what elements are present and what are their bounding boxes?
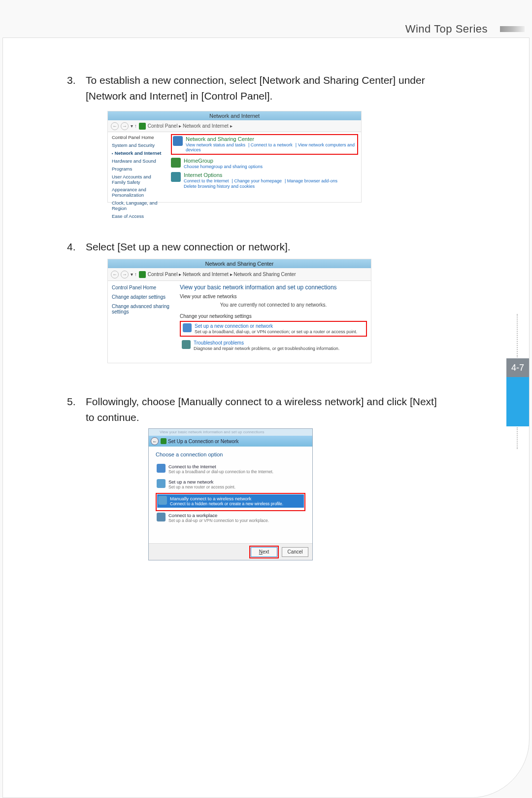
s2-opt-new-connection[interactable]: Set up a new connection or network Set u… — [180, 321, 367, 337]
step-5-text: 5. Followingly, choose [Manually connect… — [86, 394, 440, 425]
next-button-highlight: NNextext — [249, 546, 279, 558]
back-icon[interactable]: ← — [111, 122, 119, 130]
screenshot-wizard: View your basic network information and … — [148, 428, 313, 560]
step-4-text: 4. Select [Set up a new connection or ne… — [86, 239, 440, 255]
globe-icon — [157, 464, 166, 473]
wizard-back-icon[interactable]: ← — [151, 437, 159, 445]
troubleshoot-icon — [182, 340, 191, 349]
s2-nav-bar: ← → ▾ ↑ Control Panel ▸ Network and Inte… — [108, 268, 371, 281]
s1-cat3-l1[interactable]: Connect to the Internet — [184, 178, 229, 183]
s1-breadcrumb[interactable]: Control Panel ▸ Network and Internet ▸ — [148, 123, 233, 129]
s2-opt-troubleshoot[interactable]: Troubleshoot problems Diagnose and repai… — [180, 339, 367, 352]
s2-breadcrumb[interactable]: Control Panel ▸ Network and Internet ▸ N… — [148, 272, 296, 277]
step-3-text: 3. To establish a new connection, select… — [86, 72, 440, 104]
wiz-opt-new-network[interactable]: Set up a new network Set up a new router… — [156, 478, 305, 491]
forward-icon[interactable]: → — [121, 271, 129, 278]
s2-side-adapter[interactable]: Change adapter settings — [112, 294, 172, 300]
wiz-opt3-title: Manually connect to a wireless network — [170, 496, 283, 501]
s1-cat1-title[interactable]: Network and Sharing Center — [186, 136, 356, 142]
internet-options-icon — [171, 172, 181, 182]
next-button[interactable]: NNextext — [251, 547, 277, 557]
cancel-button[interactable]: Cancel — [282, 547, 308, 557]
wiz-opt-workplace[interactable]: Connect to a workplace Set up a dial-up … — [156, 511, 305, 524]
s3-title-bar: ← Set Up a Connection or Network — [149, 436, 312, 447]
s1-side-network[interactable]: Network and Internet — [112, 151, 164, 156]
s2-not-connected: You are currently not connected to any n… — [180, 300, 367, 312]
wiz-opt2-desc: Set up a new router or access point. — [168, 485, 235, 489]
step-3-number: 3. — [67, 72, 76, 88]
wireless-icon — [158, 496, 167, 505]
new-connection-icon — [183, 323, 192, 332]
s1-cat3-title[interactable]: Internet Options — [184, 172, 358, 178]
s1-side-system[interactable]: System and Security — [112, 143, 164, 148]
step-3-body: To establish a new connection, select [N… — [86, 74, 425, 102]
s1-cat-network-sharing[interactable]: Network and Sharing Center View network … — [171, 134, 358, 155]
s1-cat3-l3[interactable]: Manage browser add-ons — [287, 178, 337, 183]
wiz-opt4-desc: Set up a dial-up or VPN connection to yo… — [168, 518, 269, 523]
page-body: 4-7 3. To establish a new connection, se… — [2, 37, 530, 798]
cp-icon — [139, 271, 146, 278]
s1-cat-internet-options[interactable]: Internet Options Connect to the Internet… — [171, 172, 358, 189]
wiz-opt2-title: Set up a new network — [168, 479, 235, 485]
wiz-opt1-desc: Set up a broadband or dial-up connection… — [168, 469, 273, 474]
s1-nav-bar: ← → ▾ ↑ Control Panel ▸ Network and Inte… — [108, 120, 361, 132]
s1-cat2-title[interactable]: HomeGroup — [184, 158, 358, 164]
header-decor-bar — [500, 26, 525, 32]
dotted-line-top — [517, 314, 518, 357]
step-5-body: Followingly, choose [Manually connect to… — [86, 396, 437, 423]
dotted-line-bottom — [517, 427, 518, 449]
s1-cat3-l2[interactable]: Change your homepage — [234, 178, 282, 183]
wiz-opt1-title: Connect to the Internet — [168, 464, 273, 469]
s2-title-bar: Network and Sharing Center — [108, 259, 371, 268]
s2-opt2-title: Troubleshoot problems — [194, 340, 339, 346]
s1-side-users[interactable]: User Accounts and Family Safety — [112, 174, 164, 185]
s1-title-bar: Network and Internet — [108, 111, 361, 120]
wiz-opt3-desc: Connect to a hidden network or create a … — [170, 501, 283, 506]
screenshot-sharing-center: Network and Sharing Center ← → ▾ ↑ Contr… — [107, 259, 371, 363]
up-icon[interactable]: ▾ ↑ — [131, 123, 137, 129]
cp-icon — [139, 123, 146, 130]
s1-cat2-l1[interactable]: Choose homegroup and sharing options — [184, 164, 263, 169]
s1-side-clock[interactable]: Clock, Language, and Region — [112, 201, 164, 211]
s2-side-home[interactable]: Control Panel Home — [112, 285, 172, 290]
step-5-number: 5. — [67, 394, 76, 410]
s1-side-programs[interactable]: Programs — [112, 167, 164, 172]
s3-title: Set Up a Connection or Network — [168, 439, 238, 444]
s3-body: Choose a connection option Connect to th… — [149, 447, 312, 543]
step-4-body: Select [Set up a new connection or netwo… — [86, 241, 291, 252]
up-icon[interactable]: ▾ ↑ — [131, 272, 137, 277]
wiz-opt-manual-highlight: Manually connect to a wireless network C… — [156, 493, 305, 511]
wizard-shield-icon — [161, 438, 166, 444]
s1-cat1-l2[interactable]: Connect to a network — [251, 142, 293, 147]
header-series: Wind Top Series — [405, 23, 488, 35]
page-number-tab: 4-7 — [506, 358, 529, 377]
s3-footer: NNextext Cancel — [149, 543, 312, 560]
s1-cat1-l1[interactable]: View network status and tasks — [186, 142, 245, 147]
s3-backdrop-text: View your basic network information and … — [149, 429, 312, 436]
s1-cat-homegroup[interactable]: HomeGroup Choose homegroup and sharing o… — [171, 158, 358, 169]
s2-sub2: Change your networking settings — [180, 313, 367, 319]
homegroup-icon — [171, 158, 181, 168]
page-side-color — [506, 377, 529, 426]
wiz-opt-manual-wireless[interactable]: Manually connect to a wireless network C… — [157, 494, 304, 508]
s2-sidebar: Control Panel Home Change adapter settin… — [108, 281, 176, 357]
s1-side-home[interactable]: Control Panel Home — [112, 135, 164, 140]
forward-icon[interactable]: → — [121, 122, 129, 130]
s1-main: Network and Sharing Center View network … — [168, 132, 361, 203]
back-icon[interactable]: ← — [111, 271, 119, 278]
s3-heading: Choose a connection option — [156, 451, 305, 457]
s2-main: View your basic network information and … — [176, 281, 371, 357]
s1-side-ease[interactable]: Ease of Access — [112, 214, 164, 219]
s1-side-appearance[interactable]: Appearance and Personalization — [112, 187, 164, 198]
s2-opt2-desc: Diagnose and repair network problems, or… — [194, 346, 339, 351]
s2-sub1: View your active networks — [180, 294, 367, 299]
s1-sidebar: Control Panel Home System and Security N… — [108, 132, 168, 203]
wiz-opt-internet[interactable]: Connect to the Internet Set up a broadba… — [156, 462, 305, 476]
s1-side-hardware[interactable]: Hardware and Sound — [112, 159, 164, 164]
step-4-number: 4. — [67, 239, 76, 255]
s2-opt1-title: Set up a new connection or network — [195, 323, 357, 329]
s1-cat3-l4[interactable]: Delete browsing history and cookies — [184, 184, 255, 189]
wiz-opt4-title: Connect to a workplace — [168, 513, 269, 518]
router-icon — [157, 479, 166, 488]
s2-side-advanced[interactable]: Change advanced sharing settings — [112, 304, 172, 314]
